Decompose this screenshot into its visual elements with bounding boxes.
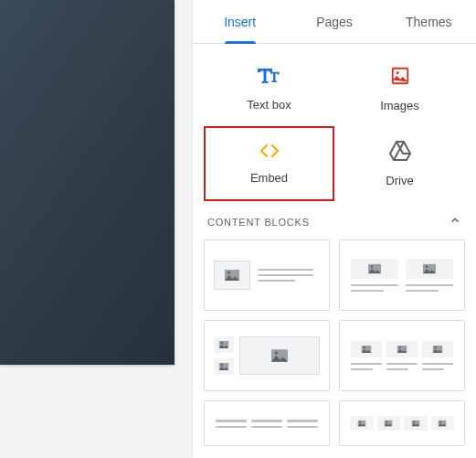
tool-label: Embed: [250, 171, 288, 185]
svg-point-10: [426, 265, 428, 268]
tab-label: Pages: [316, 15, 353, 29]
tool-images[interactable]: Images: [334, 51, 465, 126]
svg-point-25: [399, 346, 401, 348]
side-panel: Insert Pages Themes Text box: [193, 0, 476, 458]
svg-point-4: [227, 272, 230, 274]
svg-point-31: [359, 421, 361, 422]
tab-label: Insert: [224, 15, 256, 29]
tab-label: Themes: [406, 15, 452, 29]
section-title: CONTENT BLOCKS: [207, 217, 310, 228]
svg-point-22: [364, 346, 365, 348]
svg-point-37: [413, 421, 415, 422]
image-icon: [390, 66, 410, 90]
canvas-area: [0, 0, 193, 458]
embed-icon: [259, 144, 280, 162]
content-block[interactable]: [339, 400, 465, 446]
tab-pages[interactable]: Pages: [287, 0, 381, 43]
content-blocks-header[interactable]: CONTENT BLOCKS: [193, 201, 476, 240]
chevron-up-icon: [449, 214, 461, 230]
svg-point-16: [221, 364, 223, 366]
tool-label: Drive: [386, 174, 413, 187]
tool-text-box[interactable]: Text box: [204, 51, 334, 126]
content-block[interactable]: [339, 240, 465, 311]
svg-point-40: [439, 421, 441, 422]
svg-point-19: [275, 351, 278, 354]
tool-embed[interactable]: Embed: [204, 126, 334, 201]
svg-point-1: [396, 71, 398, 74]
svg-point-7: [371, 265, 374, 268]
tab-insert[interactable]: Insert: [193, 0, 287, 43]
tool-label: Images: [380, 99, 419, 112]
page-canvas[interactable]: [0, 0, 175, 365]
svg-point-28: [435, 346, 437, 348]
drive-icon: [389, 141, 411, 165]
svg-point-13: [221, 342, 223, 344]
tabs: Insert Pages Themes: [193, 0, 476, 44]
content-block[interactable]: [204, 400, 330, 446]
content-block[interactable]: [204, 240, 330, 311]
tool-label: Text box: [247, 98, 291, 112]
content-block[interactable]: [339, 320, 465, 391]
svg-point-34: [386, 421, 387, 422]
content-blocks-grid: [193, 240, 476, 446]
content-block[interactable]: [204, 320, 330, 391]
tab-themes[interactable]: Themes: [382, 0, 476, 43]
text-box-icon: [258, 67, 281, 89]
insert-tools: Text box Images Embed: [193, 44, 476, 201]
tool-drive[interactable]: Drive: [334, 126, 465, 201]
